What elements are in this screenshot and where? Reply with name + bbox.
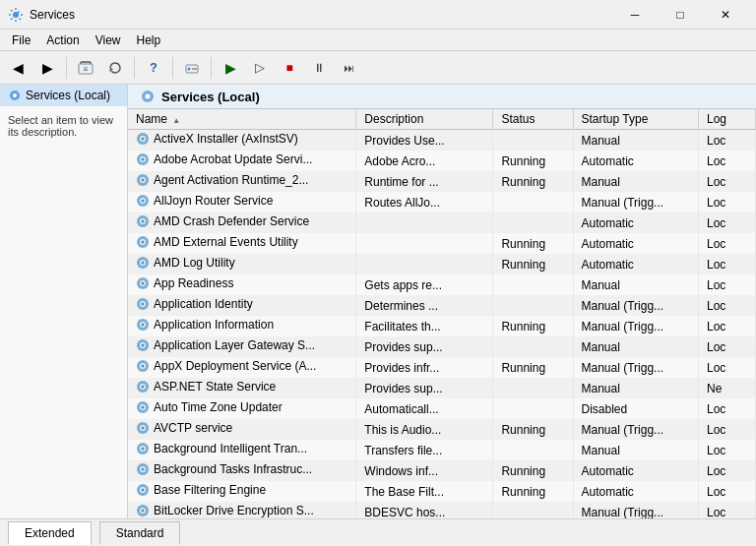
svg-point-40 — [142, 324, 145, 327]
table-row[interactable]: App Readiness Gets apps re...ManualLoc — [128, 274, 756, 295]
service-row-icon — [136, 504, 150, 517]
table-row[interactable]: AMD External Events Utility RunningAutom… — [128, 233, 756, 254]
table-row[interactable]: Application Information Facilitates th..… — [128, 316, 756, 336]
table-row[interactable]: ActiveX Installer (AxInstSV) Provides Us… — [128, 130, 756, 152]
cell-description — [356, 254, 493, 274]
cell-logon: Loc — [699, 357, 756, 378]
service-row-icon — [136, 297, 150, 311]
svg-point-58 — [142, 448, 145, 451]
table-row[interactable]: Background Intelligent Tran... Transfers… — [128, 440, 756, 460]
table-row[interactable]: AMD Log Utility RunningAutomaticLoc — [128, 254, 756, 274]
left-panel-services-local[interactable]: Services (Local) — [0, 85, 127, 106]
toolbar-sep-3 — [172, 57, 173, 79]
close-button[interactable]: ✕ — [703, 0, 748, 30]
cell-logon: Loc — [699, 192, 756, 212]
help-button[interactable]: ? — [140, 54, 167, 82]
cell-status: Running — [493, 357, 573, 378]
menu-view[interactable]: View — [88, 31, 129, 49]
start-service-2-button[interactable]: ▷ — [246, 54, 274, 82]
cell-logon: Loc — [699, 295, 756, 316]
cell-logon: Loc — [699, 502, 756, 518]
table-row[interactable]: Application Layer Gateway S... Provides … — [128, 336, 756, 357]
cell-description: Determines ... — [356, 295, 493, 316]
svg-point-19 — [142, 179, 145, 182]
col-header-description[interactable]: Description — [356, 109, 493, 130]
title-bar-left: Services — [8, 7, 75, 23]
menu-help[interactable]: Help — [129, 31, 169, 49]
cell-logon: Loc — [699, 212, 756, 233]
cell-startup-type: Automatic — [573, 254, 699, 274]
properties-button[interactable] — [178, 54, 206, 82]
upward-button[interactable]: ≡ — [72, 54, 99, 82]
cell-description: Provides sup... — [356, 336, 493, 357]
table-row[interactable]: Base Filtering Engine The Base Filt...Ru… — [128, 481, 756, 502]
svg-point-37 — [142, 303, 145, 306]
table-row[interactable]: ASP.NET State Service Provides sup...Man… — [128, 378, 756, 398]
service-row-icon — [136, 256, 150, 270]
cell-logon: Loc — [699, 440, 756, 460]
tab-extended[interactable]: Extended — [8, 521, 92, 545]
cell-logon: Loc — [699, 254, 756, 274]
cell-status: Running — [493, 316, 573, 336]
minimize-button[interactable]: ─ — [612, 0, 658, 30]
table-row[interactable]: AVCTP service This is Audio...RunningMan… — [128, 419, 756, 440]
svg-point-10 — [146, 94, 151, 99]
resume-service-button[interactable]: ⏭ — [335, 54, 362, 82]
table-row[interactable]: Auto Time Zone Updater Automaticall...Di… — [128, 398, 756, 419]
cell-startup-type: Manual — [573, 336, 699, 357]
right-panel-header: Services (Local) — [128, 85, 756, 109]
cell-service-name: App Readiness — [128, 274, 356, 295]
svg-point-67 — [142, 510, 145, 513]
title-controls: ─ □ ✕ — [612, 0, 748, 30]
stop-service-button[interactable]: ■ — [276, 54, 303, 82]
cell-service-name: Adobe Acrobat Update Servi... — [128, 151, 356, 171]
status-bar: Extended Standard — [0, 518, 756, 546]
cell-status — [493, 274, 573, 295]
table-row[interactable]: Agent Activation Runtime_2... Runtime fo… — [128, 171, 756, 192]
table-row[interactable]: Application Identity Determines ...Manua… — [128, 295, 756, 316]
toolbar: ◀ ▶ ≡ ? ▶ ▷ ■ ⏸ ⏭ — [0, 51, 756, 85]
service-row-icon — [136, 380, 150, 394]
services-data-table: Name ▲ Description Status Startup Type — [128, 109, 756, 518]
menu-file[interactable]: File — [4, 31, 38, 49]
cell-status — [493, 130, 573, 152]
table-header-row: Name ▲ Description Status Startup Type — [128, 109, 756, 130]
cell-startup-type: Manual (Trigg... — [573, 295, 699, 316]
cell-status: Running — [493, 254, 573, 274]
col-header-logon[interactable]: Log — [699, 109, 756, 130]
svg-text:≡: ≡ — [84, 65, 89, 74]
service-row-icon — [136, 276, 150, 290]
refresh-button[interactable] — [101, 54, 129, 82]
table-row[interactable]: AllJoyn Router Service Routes AllJo...Ma… — [128, 192, 756, 212]
services-tbody: ActiveX Installer (AxInstSV) Provides Us… — [128, 130, 756, 519]
panel-header-icon — [140, 89, 156, 104]
table-row[interactable]: AppX Deployment Service (A... Provides i… — [128, 357, 756, 378]
cell-logon: Loc — [699, 233, 756, 254]
service-row-icon — [136, 400, 150, 414]
description-text: Select an item to view its description. — [8, 114, 113, 138]
maximize-button[interactable]: □ — [658, 0, 703, 30]
svg-point-49 — [142, 386, 145, 389]
table-row[interactable]: Adobe Acrobat Update Servi... Adobe Acro… — [128, 151, 756, 171]
start-service-button[interactable]: ▶ — [217, 54, 244, 82]
services-table[interactable]: Name ▲ Description Status Startup Type — [128, 109, 756, 518]
cell-status — [493, 336, 573, 357]
pause-service-button[interactable]: ⏸ — [305, 54, 333, 82]
service-row-icon — [136, 132, 150, 146]
col-header-startup[interactable]: Startup Type — [573, 109, 699, 130]
cell-status: Running — [493, 481, 573, 502]
back-button[interactable]: ◀ — [4, 54, 32, 82]
forward-button[interactable]: ▶ — [33, 54, 61, 82]
col-header-status[interactable]: Status — [493, 109, 573, 130]
tab-standard[interactable]: Standard — [99, 521, 181, 544]
table-row[interactable]: BitLocker Drive Encryption S... BDESVC h… — [128, 502, 756, 518]
menu-action[interactable]: Action — [38, 31, 87, 49]
table-row[interactable]: AMD Crash Defender Service AutomaticLoc — [128, 212, 756, 233]
right-panel: Services (Local) Name ▲ Description — [128, 85, 756, 518]
cell-status: Running — [493, 419, 573, 440]
cell-status: Running — [493, 460, 573, 481]
col-header-name[interactable]: Name ▲ — [128, 109, 356, 130]
cell-logon: Loc — [699, 419, 756, 440]
table-row[interactable]: Background Tasks Infrastruc... Windows i… — [128, 460, 756, 481]
cell-status — [493, 212, 573, 233]
